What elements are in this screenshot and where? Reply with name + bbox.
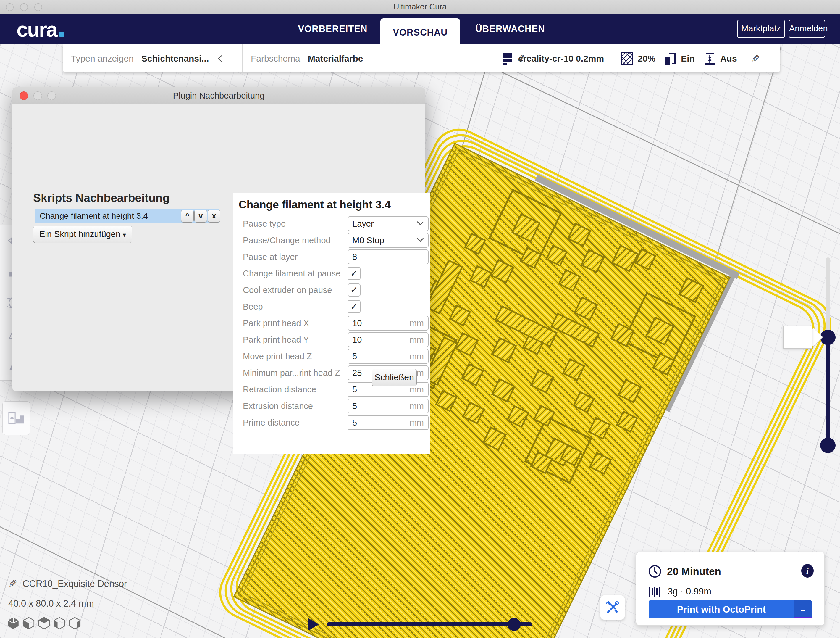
material-usage-value: 3g · 0.99m bbox=[668, 586, 711, 597]
print-settings-summary[interactable]: creality-cr-10 0.2mm 20% Ein Aus ✎ bbox=[492, 44, 780, 73]
camera-view-buttons bbox=[7, 617, 81, 629]
layer-slider-track[interactable] bbox=[826, 258, 830, 337]
model-info: ✎ CCR10_Exquisite Densor 40.0 x 80.0 x 2… bbox=[8, 578, 127, 609]
simulation-timeline-slider[interactable] bbox=[327, 622, 532, 627]
view-top-button[interactable] bbox=[38, 617, 50, 629]
support-value: Ein bbox=[681, 54, 695, 63]
logo-dot bbox=[59, 32, 64, 37]
script-settings-panel: Change filament at height 3.4 Pause type… bbox=[233, 193, 430, 454]
view-left-button[interactable] bbox=[54, 617, 65, 629]
setting-row: Park print head X 10mm bbox=[233, 316, 430, 331]
setting-row: Pause at layer 8 bbox=[233, 249, 430, 264]
infill-value: 20% bbox=[638, 54, 655, 63]
printer-profile-value: creality-cr-10 0.2mm bbox=[518, 54, 604, 63]
print-button-label: Print with OctoPrint bbox=[649, 600, 794, 619]
infill-icon bbox=[621, 52, 633, 66]
setting-row: Move print head Z 5mm bbox=[233, 349, 430, 364]
tab-ueberwachen[interactable]: ÜBERWACHEN bbox=[467, 14, 553, 44]
print-settings-tools-button[interactable] bbox=[600, 595, 625, 620]
model-name: CCR10_Exquisite Densor bbox=[22, 578, 127, 589]
edit-pencil-icon[interactable]: ✎ bbox=[517, 53, 525, 65]
remove-script-button[interactable]: x bbox=[208, 209, 220, 223]
print-time-estimate: 20 Minuten bbox=[667, 565, 721, 577]
color-scheme-value: Materialfarbe bbox=[308, 54, 363, 63]
prime-distance-input[interactable]: 5mm bbox=[347, 415, 429, 430]
post-processing-dialog: Plugin Nachbearbeitung Skripts Nachbearb… bbox=[13, 87, 425, 391]
infill-stat: 20% bbox=[621, 52, 655, 66]
setting-row: Change filament at pause ✓ bbox=[233, 266, 430, 281]
rename-model-pencil-icon[interactable]: ✎ bbox=[8, 578, 17, 590]
macos-titlebar: Ultimaker Cura bbox=[0, 0, 840, 14]
view-3d-button[interactable] bbox=[7, 617, 19, 629]
extrusion-distance-input[interactable]: 5mm bbox=[347, 399, 429, 413]
layer-slider-lower-handle[interactable] bbox=[820, 438, 835, 453]
caret-down-icon: ▾ bbox=[123, 231, 126, 239]
print-button-dropdown[interactable] bbox=[794, 600, 812, 619]
setting-row: Park print head Y 10mm bbox=[233, 332, 430, 347]
collapse-icon[interactable] bbox=[218, 55, 225, 62]
color-scheme-selector[interactable]: Farbschema Materialfarbe ✎ bbox=[243, 44, 491, 73]
chevron-down-icon bbox=[417, 235, 424, 242]
scripts-heading: Skripts Nachbearbeitung bbox=[33, 192, 240, 204]
setting-row: Extrusion distance 5mm bbox=[233, 399, 430, 413]
tab-vorbereiten[interactable]: VORBEREITEN bbox=[290, 14, 376, 44]
close-dialog-button[interactable]: Schließen bbox=[372, 369, 417, 386]
script-settings-heading: Change filament at height 3.4 bbox=[239, 199, 391, 211]
print-button[interactable]: Print with OctoPrint bbox=[649, 600, 812, 619]
move-script-up-button[interactable]: ^ bbox=[181, 209, 194, 223]
dialog-title: Plugin Nachbearbeitung bbox=[13, 87, 425, 104]
material-usage-icon bbox=[649, 585, 662, 598]
park-y-input[interactable]: 10mm bbox=[347, 332, 429, 347]
pause-at-layer-input[interactable]: 8 bbox=[347, 249, 429, 264]
support-stat: Ein bbox=[664, 52, 695, 66]
view-type-selector[interactable]: Typen anzeigen Schichtenansi... bbox=[63, 44, 242, 73]
info-icon[interactable]: i bbox=[801, 564, 814, 578]
view-right-button[interactable] bbox=[69, 617, 81, 629]
view-type-value: Schichtenansi... bbox=[141, 54, 209, 63]
dialog-titlebar[interactable]: Plugin Nachbearbeitung bbox=[13, 87, 425, 104]
color-scheme-label: Farbschema bbox=[251, 54, 300, 63]
profile-layers-icon bbox=[502, 52, 514, 65]
setting-row: Cool extruder on pause ✓ bbox=[233, 283, 430, 298]
model-dimensions: 40.0 x 80.0 x 2.4 mm bbox=[8, 598, 127, 609]
tab-vorschau[interactable]: VORSCHAU bbox=[381, 18, 460, 47]
cura-logo: cura bbox=[17, 18, 64, 41]
move-z-input[interactable]: 5mm bbox=[347, 349, 429, 364]
pause-type-select[interactable]: Layer bbox=[347, 216, 429, 231]
setting-row: Prime distance 5mm bbox=[233, 415, 430, 430]
clock-icon bbox=[648, 565, 662, 578]
play-simulation-button[interactable] bbox=[308, 618, 319, 631]
timeline-handle[interactable] bbox=[508, 618, 521, 631]
setting-row: Beep ✓ bbox=[233, 299, 430, 314]
park-x-input[interactable]: 10mm bbox=[347, 316, 429, 331]
change-filament-checkbox[interactable]: ✓ bbox=[347, 267, 360, 280]
cool-extruder-checkbox[interactable]: ✓ bbox=[347, 283, 360, 296]
add-script-dropdown-button[interactable]: Ein Skript hinzufügen▾ bbox=[33, 226, 132, 243]
tool-support-blocker-button[interactable] bbox=[2, 401, 30, 435]
script-name: Change filament at height 3.4 bbox=[39, 211, 148, 221]
current-layer-flag bbox=[783, 326, 812, 348]
layer-slider-range[interactable] bbox=[826, 337, 830, 445]
edit-print-settings-icon[interactable]: ✎ bbox=[751, 53, 760, 65]
setting-row: Pause/Change method M0 Stop bbox=[233, 233, 430, 248]
beep-checkbox[interactable]: ✓ bbox=[347, 300, 360, 313]
adhesion-icon bbox=[704, 52, 716, 66]
pause-method-select[interactable]: M0 Stop bbox=[347, 233, 429, 248]
window-title: Ultimaker Cura bbox=[0, 0, 840, 14]
adhesion-value: Aus bbox=[720, 54, 737, 63]
chevron-down-icon bbox=[417, 219, 424, 225]
adhesion-stat: Aus bbox=[704, 52, 737, 66]
chevron-down-icon bbox=[801, 606, 805, 611]
app-header: cura VORBEREITEN VORSCHAU ÜBERWACHEN Mar… bbox=[0, 14, 840, 44]
marketplace-button[interactable]: Marktplatz bbox=[737, 19, 785, 38]
setting-row: Pause type Layer bbox=[233, 216, 430, 231]
view-options-toolbar: Typen anzeigen Schichtenansi... Farbsche… bbox=[63, 44, 780, 73]
signin-button[interactable]: Anmelden bbox=[788, 19, 825, 38]
support-icon bbox=[664, 52, 677, 66]
view-front-button[interactable] bbox=[23, 617, 35, 629]
move-script-down-button[interactable]: v bbox=[194, 209, 207, 223]
view-type-label: Typen anzeigen bbox=[71, 54, 134, 63]
print-info-card: 20 Minuten i 3g · 0.99m Print with OctoP… bbox=[636, 552, 824, 625]
wrench-icon bbox=[606, 601, 619, 614]
